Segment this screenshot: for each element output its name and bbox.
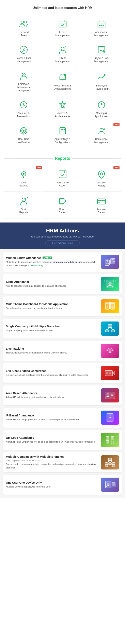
addon-text-live-tracking: Live Tracking Track Employees live locat… <box>6 347 98 354</box>
addon-card-qr-attendance[interactable]: QR Code Attendance Admin/HR and Employee… <box>3 430 122 450</box>
features-grid: User AndRoles LeaveManagement <box>4 15 121 148</box>
svg-point-7 <box>61 47 64 50</box>
feature-user-roles: User AndRoles <box>4 15 43 41</box>
addon-img-live-tracking <box>101 344 119 358</box>
svg-rect-25 <box>59 171 66 178</box>
meeting-icon <box>96 100 107 110</box>
addon-img-selfie <box>101 277 119 291</box>
feature-label-employee-perf: EmployeePerformanceManagement <box>16 82 30 92</box>
features-section: Unlimited and latest features with HRM U… <box>0 0 125 152</box>
svg-rect-29 <box>59 198 64 204</box>
addon-card-multiple-shifts[interactable]: Multiple Shifts Attendance LATEST Multip… <box>3 252 122 272</box>
feature-label-leave: LeaveManagement <box>55 31 70 37</box>
addon-card-one-device[interactable]: One User One Device Only Multiple Device… <box>3 475 122 494</box>
feature-label-conference: ConferenceManagement <box>94 138 108 144</box>
svg-point-54 <box>110 350 110 351</box>
notification-icon <box>18 126 29 136</box>
conference-icon <box>96 126 107 136</box>
addon-desc-qr-attendance: Admin/HR and Employees will be able to s… <box>6 440 98 444</box>
addon-text-multi-companies: Multiple Companies with Multiple Branche… <box>6 455 98 470</box>
addon-text-multi-theme: Multi Theme Dashboard for Mobile Applica… <box>6 302 98 310</box>
addon-name-live-tracking: Live Tracking <box>6 347 98 350</box>
addons-subtitle: You can purchase these Addons via Paypal… <box>4 235 121 238</box>
notice-icon <box>57 72 68 82</box>
report-label-break: BreakReport <box>59 208 66 214</box>
addon-desc-single-company: Single company can create multiple branc… <box>6 329 98 332</box>
addon-desc-selfie: Able to scan face with any devices to lo… <box>6 284 98 288</box>
report-break: BreakReport <box>43 192 82 218</box>
feature-label-attendance: AttendanceManagement <box>94 31 108 37</box>
svg-rect-77 <box>105 462 108 465</box>
svg-point-37 <box>112 258 114 260</box>
report-attendance: AttendanceReport <box>43 165 82 192</box>
feature-accounts: $ Accounts &Transactions <box>4 96 43 122</box>
feature-project: Project & TaskManagement <box>82 41 121 67</box>
addon-img-live-chat <box>101 366 119 380</box>
svg-point-39 <box>108 282 112 285</box>
reports-section: Reports PRO LiveTracking <box>0 152 125 222</box>
addon-card-live-chat[interactable]: Live Chat & Video Conference Set up your… <box>3 363 122 383</box>
reports-title: Reports <box>55 156 70 161</box>
svg-point-11 <box>64 74 66 76</box>
svg-rect-50 <box>112 330 114 332</box>
addon-desc-ip-attendance: Admin/HR and Employees will be able to s… <box>6 418 98 421</box>
addon-text-area-attendance: Area Based Attendance Admin/HR will be a… <box>6 392 98 399</box>
attendance-report-icon <box>57 169 68 180</box>
addon-text-one-device: One User One Device Only Multiple Device… <box>6 481 98 488</box>
tc-note: *T&C: Applicable only for SAAS users* <box>6 460 40 462</box>
settings-icon <box>57 126 68 136</box>
addon-img-multi-companies <box>101 455 119 470</box>
addon-card-multi-theme[interactable]: Multi Theme Dashboard for Mobile Applica… <box>3 296 122 316</box>
feature-label-user-roles: User AndRoles <box>19 31 28 37</box>
feature-label-meeting: Meeting &Appointment <box>94 112 108 118</box>
svg-marker-14 <box>60 102 66 107</box>
svg-rect-72 <box>111 440 112 442</box>
addon-card-live-tracking[interactable]: Live Tracking Track Employees live locat… <box>3 341 122 361</box>
svg-point-24 <box>23 173 24 175</box>
addon-desc-area-attendance: Admin/HR will be able to set multiple Ar… <box>6 396 98 399</box>
addons-section: HRM Addons You can purchase these Addons… <box>0 222 125 249</box>
addon-img-multiple-shifts: Day Night <box>101 255 119 269</box>
svg-rect-2 <box>59 21 66 27</box>
addon-img-area-attendance <box>101 388 119 402</box>
reports-header: Reports <box>4 156 121 161</box>
svg-rect-59 <box>105 392 115 399</box>
addon-name-single-company: Single Company with Multiple Branches <box>6 325 98 328</box>
svg-text:Night: Night <box>110 261 115 263</box>
feature-label-accounts: Accounts &Transactions <box>16 112 30 118</box>
payroll-icon: $ <box>18 44 29 55</box>
addon-card-ip-attendance[interactable]: IP Based Attendance Admin/HR and Employe… <box>3 408 122 428</box>
feature-notice: Notice, Events &Announcement <box>43 67 82 96</box>
feature-awards: Awards &Achievements <box>43 96 82 122</box>
svg-rect-81 <box>112 465 114 467</box>
svg-point-0 <box>21 21 24 24</box>
addon-card-area-attendance[interactable]: Area Based Attendance Admin/HR will be a… <box>3 386 122 405</box>
addons-free-label: — Free Addons Setup — <box>45 240 80 246</box>
addon-text-qr-attendance: QR Code Attendance Admin/HR and Employee… <box>6 436 98 444</box>
addon-card-single-company[interactable]: Single Company with Multiple Branches Si… <box>3 319 122 338</box>
feature-label-appsettings: App Settings &Configurations <box>54 138 70 144</box>
addon-card-multi-companies[interactable]: Multiple Companies with Multiple Branche… <box>3 452 122 472</box>
svg-rect-71 <box>106 441 108 443</box>
svg-text:Day: Day <box>106 262 109 264</box>
attendance-icon <box>96 19 107 29</box>
svg-marker-56 <box>113 371 115 375</box>
addon-name-multiple-shifts: Multiple Shifts Attendance LATEST <box>6 256 98 260</box>
svg-rect-31 <box>98 202 100 202</box>
reports-grid: PRO LiveTracking Attendanc <box>4 165 121 218</box>
pro-badge-conference: PRO <box>114 123 120 126</box>
svg-point-60 <box>107 394 109 396</box>
svg-point-64 <box>110 414 110 416</box>
svg-rect-49 <box>106 330 108 332</box>
svg-rect-73 <box>113 440 114 442</box>
svg-point-1 <box>24 21 26 23</box>
addon-desc-multiple-shifts: Multiple shifts attendance involves mana… <box>6 260 98 268</box>
svg-rect-79 <box>112 462 115 465</box>
report-label-attendance: AttendanceReport <box>56 181 69 188</box>
report-label-live-tracking: LiveTracking <box>19 181 28 188</box>
svg-rect-65 <box>108 420 112 420</box>
break-icon <box>57 196 68 206</box>
addon-card-selfie-attendance[interactable]: Selfie Attendance Able to scan face with… <box>3 274 122 294</box>
svg-text:$: $ <box>22 103 24 107</box>
feature-appsettings: App Settings &Configurations <box>43 122 82 148</box>
